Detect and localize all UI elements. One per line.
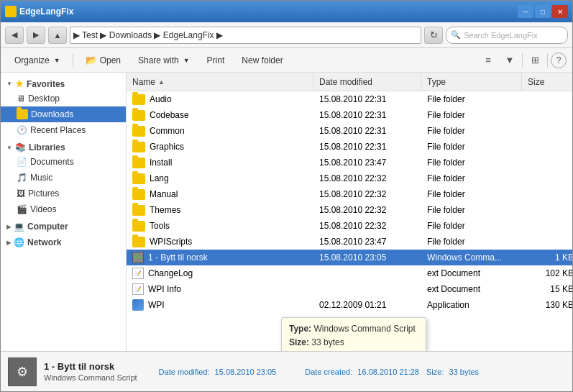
network-header[interactable]: ▶ 🌐 Network <box>1 236 126 249</box>
table-row[interactable]: Install 15.08.2010 23:47 File folder <box>127 155 572 170</box>
file-type-cell: File folder <box>421 107 522 123</box>
column-type[interactable]: Type <box>421 73 522 91</box>
sidebar-item-music[interactable]: 🎵 Music <box>1 170 126 186</box>
computer-header[interactable]: ▶ 💻 Computer <box>1 220 126 233</box>
table-row[interactable]: 📝 WPI Info ext Document 15 KB <box>127 281 572 297</box>
table-row[interactable]: WPI 02.12.2009 01:21 Application 130 KB <box>127 297 572 313</box>
table-row[interactable]: Codebase 15.08.2010 22:31 File folder <box>127 107 572 123</box>
statusbar-size: Size: 33 bytes <box>426 368 479 376</box>
file-name: Tools <box>150 221 170 231</box>
organize-chevron: ▼ <box>54 57 60 64</box>
file-type-cell: ext Document <box>421 265 522 281</box>
videos-icon: 🎬 <box>17 204 27 214</box>
table-row[interactable]: C> 1 - Bytt til norsk 15.08.2010 23:05 W… <box>127 250 572 265</box>
file-modified: 15.08.2010 22:31 <box>319 142 386 152</box>
tooltip-type-label: Type: <box>289 324 311 334</box>
file-type-cell: Application <box>421 297 522 313</box>
close-button[interactable]: ✕ <box>552 5 568 18</box>
view-options-button[interactable]: ▼ <box>500 52 519 69</box>
sidebar-item-downloads[interactable]: Downloads <box>1 106 126 122</box>
favorites-header[interactable]: ▼ ★ Favorites <box>1 77 126 91</box>
file-tooltip: Type: Windows Command Script Size: 33 by… <box>281 317 426 351</box>
print-button[interactable]: Print <box>199 51 233 70</box>
file-modified-cell: 15.08.2010 23:47 <box>313 234 421 250</box>
new-folder-button[interactable]: New folder <box>234 51 290 70</box>
search-placeholder: Search EdgeLangFix <box>464 31 538 40</box>
file-modified-cell: 15.08.2010 22:32 <box>313 202 421 218</box>
file-name-cell: 📝 WPI Info <box>127 281 313 297</box>
column-name[interactable]: Name ▲ <box>127 73 313 91</box>
up-button[interactable]: ▲ <box>48 27 67 44</box>
addressbar: ◀ ▶ ▲ ▶ Test ▶ Downloads ▶ EdgeLangFix ▶… <box>1 22 572 48</box>
libraries-header[interactable]: ▼ 📚 Libraries <box>1 141 126 154</box>
libraries-label: Libraries <box>29 142 65 152</box>
music-icon: 🎵 <box>17 173 27 183</box>
help-button[interactable]: ? <box>551 53 567 68</box>
file-modified: 15.08.2010 22:31 <box>319 94 386 104</box>
file-size-cell: 130 KB <box>522 297 572 313</box>
forward-button[interactable]: ▶ <box>27 27 45 44</box>
cmd-icon: C> <box>132 252 144 263</box>
share-button[interactable]: Share with ▼ <box>130 51 198 70</box>
preview-pane-button[interactable]: ⊞ <box>526 52 544 69</box>
file-type: File folder <box>427 94 465 104</box>
nav-section-libraries: ▼ 📚 Libraries 📄 Documents 🎵 Music 🖼 Pict… <box>1 141 126 217</box>
file-name: WPI <box>148 300 165 310</box>
file-modified-cell: 15.08.2010 22:31 <box>313 139 421 155</box>
music-label: Music <box>30 173 52 183</box>
breadcrumb-bar[interactable]: ▶ Test ▶ Downloads ▶ EdgeLangFix ▶ <box>70 27 421 44</box>
sidebar-item-documents[interactable]: 📄 Documents <box>1 154 126 170</box>
table-row[interactable]: 📝 ChangeLog ext Document 102 KB <box>127 265 572 281</box>
file-modified-cell: 15.08.2010 22:31 <box>313 91 421 107</box>
table-row[interactable]: WPIScripts 15.08.2010 23:47 File folder <box>127 234 572 250</box>
recent-label: Recent Places <box>30 125 86 135</box>
statusbar-size-label: Size: <box>426 368 444 376</box>
favorites-triangle: ▼ <box>6 81 12 87</box>
tooltip-date: Date modified: 15.08.2010 23:05 <box>289 350 418 351</box>
folder-icon <box>132 158 145 168</box>
table-row[interactable]: Graphics 15.08.2010 22:31 File folder <box>127 139 572 155</box>
file-size: 15 KB <box>550 284 572 294</box>
file-name: Graphics <box>150 142 184 152</box>
column-modified-label: Date modified <box>319 77 372 87</box>
open-button[interactable]: 📂 Open <box>78 51 129 70</box>
network-triangle: ▶ <box>6 240 11 246</box>
content-area: ▼ ★ Favorites 🖥 Desktop Downloads 🕐 Rece… <box>1 73 572 351</box>
minimize-button[interactable]: ─ <box>518 5 533 18</box>
file-type-cell: File folder <box>421 218 522 234</box>
file-name-cell: Audio <box>127 91 313 107</box>
file-name-cell: WPIScripts <box>127 234 313 250</box>
sidebar-item-recent[interactable]: 🕐 Recent Places <box>1 122 126 138</box>
table-row[interactable]: Themes 15.08.2010 22:32 File folder <box>127 202 572 218</box>
organize-button[interactable]: Organize ▼ <box>6 51 68 70</box>
titlebar-folder-icon <box>5 6 17 17</box>
file-type-cell: File folder <box>421 155 522 170</box>
sort-arrow: ▲ <box>158 78 165 86</box>
table-row[interactable]: Tools 15.08.2010 22:32 File folder <box>127 218 572 234</box>
folder-icon <box>132 189 145 200</box>
table-row[interactable]: Lang 15.08.2010 22:32 File folder <box>127 170 572 186</box>
column-size[interactable]: Size <box>522 73 572 91</box>
file-type-cell: File folder <box>421 91 522 107</box>
share-label: Share with <box>138 55 179 65</box>
column-date-modified[interactable]: Date modified <box>313 73 421 91</box>
back-button[interactable]: ◀ <box>5 27 24 44</box>
table-row[interactable]: Common 15.08.2010 22:31 File folder <box>127 123 572 139</box>
table-row[interactable]: Audio 15.08.2010 22:31 File folder <box>127 91 572 107</box>
left-pane: ▼ ★ Favorites 🖥 Desktop Downloads 🕐 Rece… <box>1 73 127 351</box>
file-type-cell: File folder <box>421 123 522 139</box>
view-details-button[interactable]: ≡ <box>479 52 498 69</box>
file-type: ext Document <box>427 268 480 278</box>
refresh-button[interactable]: ↻ <box>424 27 443 44</box>
sidebar-item-desktop[interactable]: 🖥 Desktop <box>1 91 126 106</box>
search-bar[interactable]: 🔍 Search EdgeLangFix <box>446 27 568 44</box>
sidebar-item-pictures[interactable]: 🖼 Pictures <box>1 186 126 201</box>
maximize-button[interactable]: □ <box>535 5 551 18</box>
folder-icon <box>132 237 145 247</box>
file-type: File folder <box>427 142 465 152</box>
file-type-cell: File folder <box>421 202 522 218</box>
sidebar-item-videos[interactable]: 🎬 Videos <box>1 201 126 217</box>
search-icon: 🔍 <box>451 30 461 40</box>
table-row[interactable]: Manual 15.08.2010 22:32 File folder <box>127 186 572 202</box>
videos-label: Videos <box>30 204 56 214</box>
